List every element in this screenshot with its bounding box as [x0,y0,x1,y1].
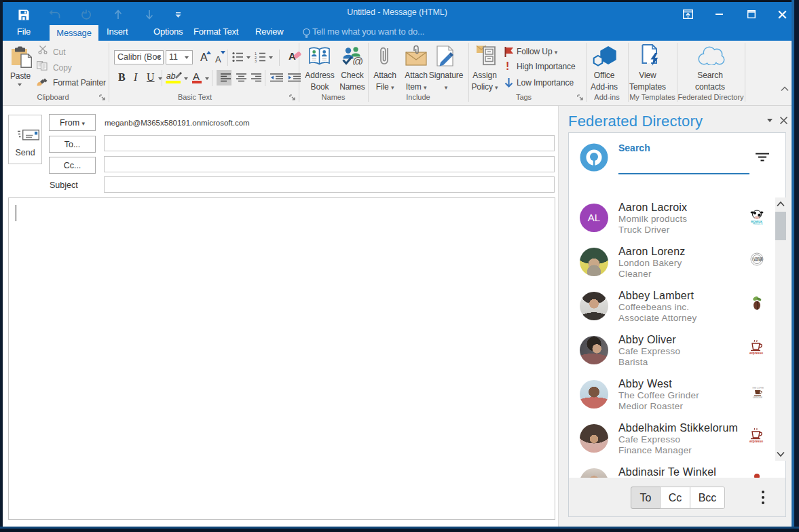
svg-text:@: @ [352,56,363,66]
svg-text:GRINDER: GRINDER [753,396,763,398]
svg-text:3: 3 [255,59,257,62]
svg-text:THE COFFEE: THE COFFEE [752,387,764,390]
svg-text:expresso: expresso [749,352,763,355]
svg-text:BAKERY: BAKERY [754,259,764,262]
svg-text:expresso: expresso [749,440,763,443]
svg-text:PRODUCTS: PRODUCTS [753,223,763,225]
